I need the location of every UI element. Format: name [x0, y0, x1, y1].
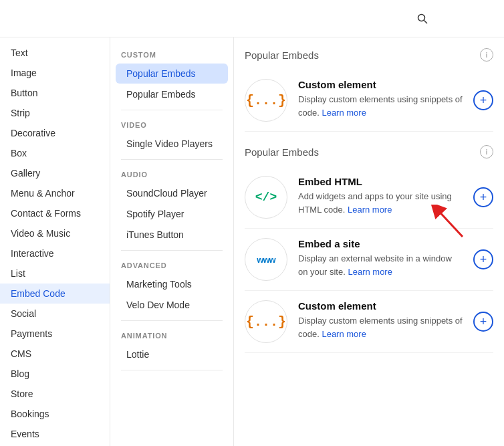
left-nav-item-menu-&-anchor[interactable]: Menu & Anchor — [0, 183, 110, 203]
mid-divider-1 — [121, 159, 223, 160]
mid-divider-0 — [121, 110, 223, 110]
left-nav-item-social[interactable]: Social — [0, 304, 110, 324]
left-nav-item-embed-code[interactable]: Embed Code — [0, 284, 110, 304]
mid-nav-item-velo-dev-mode-3-1[interactable]: Velo Dev Mode — [116, 295, 228, 315]
header — [0, 0, 504, 37]
mid-section-label-3: ADVANCED — [110, 256, 233, 273]
app-container: TextImageButtonStripDecorativeBoxGallery… — [0, 0, 504, 446]
add-button-1-0[interactable]: + — [473, 187, 493, 207]
mid-divider-2 — [121, 250, 223, 251]
mid-section-label-0: CUSTOM — [110, 45, 233, 63]
left-nav-item-list[interactable]: List — [0, 263, 110, 284]
left-nav: TextImageButtonStripDecorativeBoxGallery… — [0, 37, 110, 446]
section-header-1: Popular Embedsi — [245, 145, 493, 158]
mid-divider-4 — [121, 370, 223, 370]
mid-nav-item-popular-embeds-0-0[interactable]: Popular Embeds — [116, 64, 228, 84]
svg-line-1 — [424, 20, 428, 23]
left-nav-item-bookings[interactable]: Bookings — [0, 404, 110, 424]
left-nav-item-text[interactable]: Text — [0, 43, 110, 63]
search-icon — [417, 13, 428, 24]
mid-nav-item-marketing-tools-3-0[interactable]: Marketing Tools — [116, 274, 228, 294]
search-button[interactable] — [417, 13, 432, 24]
svg-point-0 — [418, 14, 425, 21]
left-nav-item-contact-&-forms[interactable]: Contact & Forms — [0, 203, 110, 223]
embed-icon-html-1-0: </> — [245, 176, 287, 219]
embed-card-content-0-0: Custom elementDisplay custom elements us… — [298, 79, 463, 119]
left-nav-item-store[interactable]: Store — [0, 384, 110, 404]
red-arrow-indicator — [429, 205, 469, 240]
right-section-0: Popular Embedsi{...}Custom elementDispla… — [245, 48, 493, 132]
learn-more-link-0-0[interactable]: Learn more — [322, 108, 366, 118]
add-button-1-2[interactable]: + — [473, 312, 493, 332]
close-button[interactable] — [472, 9, 491, 28]
left-nav-item-cms[interactable]: CMS — [0, 344, 110, 364]
help-button[interactable] — [443, 9, 461, 28]
info-icon-1[interactable]: i — [480, 145, 493, 158]
embed-icon-curly-0-0: {...} — [245, 79, 287, 122]
embed-icon-www-1-1: www — [245, 238, 287, 281]
left-nav-item-decorative[interactable]: Decorative — [0, 123, 110, 143]
mid-divider-3 — [121, 320, 223, 321]
left-nav-item-events[interactable]: Events — [0, 424, 110, 444]
info-icon-0[interactable]: i — [480, 48, 493, 62]
mid-nav-item-soundcloud-player-2-0[interactable]: SoundCloud Player — [116, 183, 228, 203]
left-nav-item-strip[interactable]: Strip — [0, 103, 110, 123]
left-nav-item-blog[interactable]: Blog — [0, 364, 110, 384]
mid-section-label-4: ANIMATION — [110, 326, 233, 344]
svg-line-3 — [436, 208, 463, 237]
learn-more-link-1-2[interactable]: Learn more — [322, 329, 366, 339]
mid-section-label-1: VIDEO — [110, 116, 233, 133]
embed-card-0-0: {...}Custom elementDisplay custom elemen… — [245, 70, 493, 132]
mid-nav: CUSTOMPopular EmbedsPopular EmbedsVIDEOS… — [110, 37, 234, 446]
left-nav-item-video-&-music[interactable]: Video & Music — [0, 223, 110, 243]
embed-icon-curly-1-2: {...} — [245, 300, 287, 343]
section-header-0: Popular Embedsi — [245, 48, 493, 62]
right-section-1: Popular Embedsi</>Embed HTMLAdd widgets … — [245, 145, 493, 353]
learn-more-link-1-1[interactable]: Learn more — [348, 267, 392, 277]
add-button-1-1[interactable]: + — [473, 249, 493, 269]
embed-card-title-0-0: Custom element — [298, 79, 463, 90]
mid-nav-item-popular-embeds-0-1[interactable]: Popular Embeds — [116, 84, 228, 104]
left-nav-item-image[interactable]: Image — [0, 63, 110, 83]
embed-card-desc-1-2: Display custom elements using snippets o… — [298, 314, 463, 340]
body: TextImageButtonStripDecorativeBoxGallery… — [0, 37, 504, 446]
embed-card-1-0: </>Embed HTMLAdd widgets and apps to you… — [245, 166, 493, 229]
embed-card-title-1-2: Custom element — [298, 300, 463, 312]
section-title-0: Popular Embeds — [245, 49, 319, 61]
mid-nav-item-itunes-button-2-2[interactable]: iTunes Button — [116, 225, 228, 245]
left-nav-item-interactive[interactable]: Interactive — [0, 243, 110, 263]
mid-nav-item-spotify-player-2-1[interactable]: Spotify Player — [116, 204, 228, 224]
left-nav-item-payments[interactable]: Payments — [0, 324, 110, 344]
mid-section-label-2: AUDIO — [110, 165, 233, 183]
red-arrow-svg — [429, 205, 469, 238]
left-nav-item-box[interactable]: Box — [0, 143, 110, 163]
header-actions — [417, 9, 491, 28]
embed-card-content-1-2: Custom elementDisplay custom elements us… — [298, 300, 463, 340]
left-nav-item-button[interactable]: Button — [0, 83, 110, 103]
learn-more-link-1-0[interactable]: Learn more — [348, 205, 392, 215]
embed-card-1-2: {...}Custom elementDisplay custom elemen… — [245, 291, 493, 353]
mid-nav-item-lottie-4-0[interactable]: Lottie — [116, 344, 228, 364]
embed-card-desc-1-1: Display an external website in a window … — [298, 252, 463, 278]
section-title-1: Popular Embeds — [245, 146, 319, 158]
add-button-0-0[interactable]: + — [473, 90, 493, 110]
embed-card-desc-0-0: Display custom elements using snippets o… — [298, 93, 463, 119]
mid-nav-item-single-video-players-1-0[interactable]: Single Video Players — [116, 134, 228, 154]
embed-card-title-1-0: Embed HTML — [298, 176, 463, 187]
embed-card-content-1-1: Embed a siteDisplay an external website … — [298, 238, 463, 278]
right-panel: Popular Embedsi{...}Custom elementDispla… — [234, 37, 504, 446]
left-nav-item-gallery[interactable]: Gallery — [0, 163, 110, 183]
